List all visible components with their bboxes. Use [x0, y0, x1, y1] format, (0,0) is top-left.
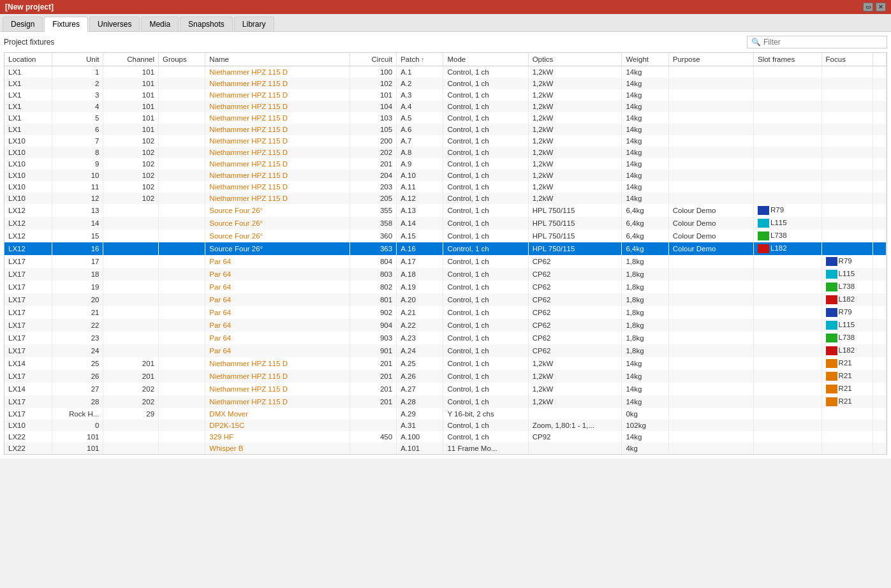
th-weight[interactable]: Weight — [622, 53, 668, 66]
focus-color-swatch — [826, 257, 837, 266]
table-row[interactable]: LX1728202Niethammer HPZ 115 D201A.28Cont… — [4, 395, 887, 408]
table-body: LX11101Niethammer HPZ 115 D100A.1Control… — [4, 66, 887, 455]
th-optics[interactable]: Optics — [528, 53, 622, 66]
focus-color-swatch — [826, 321, 837, 330]
table-row[interactable]: LX12101Niethammer HPZ 115 D102A.2Control… — [4, 78, 887, 89]
tab-library[interactable]: Library — [234, 17, 274, 31]
tab-snapshots[interactable]: Snapshots — [180, 17, 233, 31]
th-slotframes[interactable]: Slot frames — [753, 53, 821, 66]
title-bar-text: [New project] — [5, 3, 54, 11]
main-content: Project fixtures 🔍 Location Unit Channel… — [0, 32, 891, 459]
table-row[interactable]: LX1718Par 64803A.18Control, 1 chCP621,8k… — [4, 268, 887, 281]
table-row[interactable]: LX1011102Niethammer HPZ 115 D203A.11Cont… — [4, 181, 887, 193]
th-channel[interactable]: Channel — [103, 53, 159, 66]
th-mode[interactable]: Mode — [443, 53, 528, 66]
focus-color-swatch — [826, 372, 837, 381]
minimize-button[interactable]: ▭ — [863, 3, 873, 11]
slot-color-swatch — [758, 219, 769, 228]
table-row[interactable]: LX1427202Niethammer HPZ 115 D201A.27Cont… — [4, 383, 887, 395]
fixtures-table: Location Unit Channel Groups Name Circui… — [4, 53, 887, 454]
table-row[interactable]: LX13101Niethammer HPZ 115 D101A.3Control… — [4, 89, 887, 101]
th-focus[interactable]: Focus — [821, 53, 873, 66]
table-row[interactable]: LX1717Par 64804A.17Control, 1 chCP621,8k… — [4, 255, 887, 268]
focus-color-swatch — [826, 295, 837, 304]
table-row[interactable]: LX1214Source Four 26°358A.14Control, 1 c… — [4, 217, 887, 230]
table-header-row: Location Unit Channel Groups Name Circui… — [4, 53, 887, 66]
focus-color-swatch — [826, 359, 837, 368]
table-row[interactable]: LX107102Niethammer HPZ 115 D200A.7Contro… — [4, 135, 887, 147]
th-groups[interactable]: Groups — [159, 53, 205, 66]
th-name[interactable]: Name — [205, 53, 350, 66]
toolbar: Project fixtures 🔍 — [4, 36, 887, 48]
title-bar: [New project] ▭ ✕ — [0, 0, 891, 14]
slot-color-swatch — [758, 206, 769, 215]
table-row[interactable]: LX1216Source Four 26°363A.16Control, 1 c… — [4, 242, 887, 255]
focus-color-swatch — [826, 283, 837, 291]
table-row[interactable]: LX11101Niethammer HPZ 115 D100A.1Control… — [4, 66, 887, 78]
table-row[interactable]: LX109102Niethammer HPZ 115 D201A.9Contro… — [4, 158, 887, 170]
search-icon: 🔍 — [751, 38, 761, 47]
slot-color-swatch — [758, 232, 769, 240]
table-row[interactable]: LX1726201Niethammer HPZ 115 D201A.26Cont… — [4, 370, 887, 383]
th-purpose[interactable]: Purpose — [668, 53, 753, 66]
tab-design[interactable]: Design — [3, 17, 43, 31]
table-row[interactable]: LX15101Niethammer HPZ 115 D103A.5Control… — [4, 112, 887, 124]
focus-color-swatch — [826, 334, 837, 342]
focus-color-swatch — [826, 346, 837, 355]
focus-color-swatch — [826, 270, 837, 279]
table-row[interactable]: LX1213Source Four 26°355A.13Control, 1 c… — [4, 204, 887, 217]
project-fixtures-label: Project fixtures — [4, 38, 54, 47]
table-row[interactable]: LX1720Par 64801A.20Control, 1 chCP621,8k… — [4, 293, 887, 306]
fixtures-table-wrapper: Location Unit Channel Groups Name Circui… — [4, 52, 887, 455]
slot-color-swatch — [758, 244, 769, 253]
focus-color-swatch — [826, 385, 837, 393]
th-circuit[interactable]: Circuit — [350, 53, 396, 66]
close-button[interactable]: ✕ — [876, 3, 886, 11]
table-row[interactable]: LX17Rock H...29DMX MoverA.29Y 16-bit, 2 … — [4, 408, 887, 420]
table-row[interactable]: LX1215Source Four 26°360A.15Control, 1 c… — [4, 230, 887, 242]
table-row[interactable]: LX108102Niethammer HPZ 115 D202A.8Contro… — [4, 147, 887, 158]
th-scrollbar — [873, 53, 886, 66]
th-patch[interactable]: Patch — [397, 53, 443, 66]
table-row[interactable]: LX1724Par 64901A.24Control, 1 chCP621,8k… — [4, 344, 887, 357]
table-row[interactable]: LX22101Whisper BA.10111 Frame Mo...4kg — [4, 443, 887, 454]
th-unit[interactable]: Unit — [52, 53, 103, 66]
tab-media[interactable]: Media — [141, 17, 179, 31]
th-location[interactable]: Location — [4, 53, 52, 66]
filter-box[interactable]: 🔍 — [747, 36, 887, 48]
table-row[interactable]: LX22101329 HF450A.100Control, 1 chCP9214… — [4, 431, 887, 443]
title-bar-buttons[interactable]: ▭ ✕ — [863, 3, 886, 11]
table-row[interactable]: LX1722Par 64904A.22Control, 1 chCP621,8k… — [4, 319, 887, 332]
focus-color-swatch — [826, 397, 837, 406]
table-row[interactable]: LX1719Par 64802A.19Control, 1 chCP621,8k… — [4, 281, 887, 293]
table-row[interactable]: LX16101Niethammer HPZ 115 D105A.6Control… — [4, 124, 887, 135]
table-row[interactable]: LX1425201Niethammer HPZ 115 D201A.25Cont… — [4, 357, 887, 370]
tab-universes[interactable]: Universes — [89, 17, 140, 31]
table-row[interactable]: LX100DP2K-15CA.31Control, 1 chZoom, 1,80… — [4, 420, 887, 431]
table-row[interactable]: LX14101Niethammer HPZ 115 D104A.4Control… — [4, 101, 887, 112]
tabs-bar: DesignFixturesUniversesMediaSnapshotsLib… — [0, 14, 891, 32]
filter-input[interactable] — [763, 38, 878, 47]
table-row[interactable]: LX1723Par 64903A.23Control, 1 chCP621,8k… — [4, 332, 887, 344]
table-row[interactable]: LX1012102Niethammer HPZ 115 D205A.12Cont… — [4, 193, 887, 204]
table-row[interactable]: LX1010102Niethammer HPZ 115 D204A.10Cont… — [4, 170, 887, 181]
tab-fixtures[interactable]: Fixtures — [44, 17, 88, 32]
focus-color-swatch — [826, 308, 837, 317]
table-row[interactable]: LX1721Par 64902A.21Control, 1 chCP621,8k… — [4, 306, 887, 319]
